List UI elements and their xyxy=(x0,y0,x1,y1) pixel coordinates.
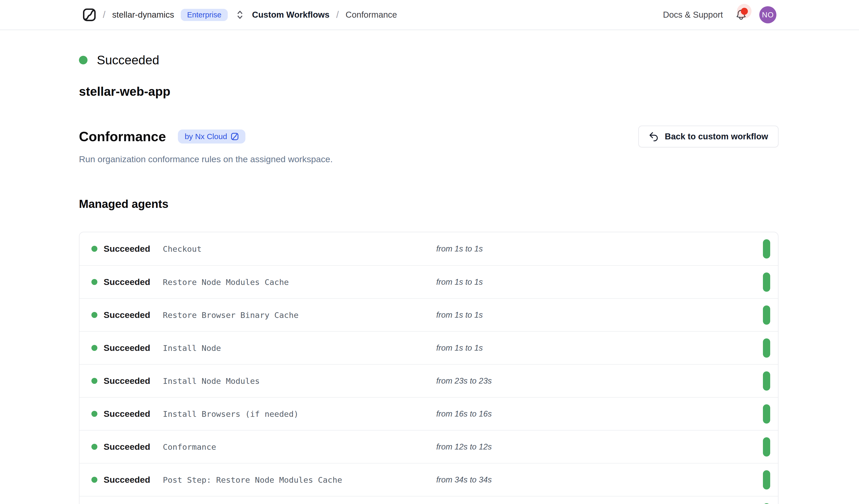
row-status-label: Succeeded xyxy=(104,475,163,485)
row-task-name: Install Browsers (if needed) xyxy=(163,409,436,418)
row-status-label: Succeeded xyxy=(104,277,163,287)
table-row[interactable]: Succeeded Post Step: Restore Node Module… xyxy=(79,463,778,496)
row-task-name: Post Step: Restore Node Modules Cache xyxy=(163,475,436,485)
by-nx-cloud-badge[interactable]: by Nx Cloud xyxy=(178,129,245,143)
nx-cloud-logo-icon[interactable] xyxy=(82,8,96,21)
row-task-name: Install Node xyxy=(163,343,436,353)
docs-support-link[interactable]: Docs & Support xyxy=(663,10,723,20)
row-task-name: Install Node Modules xyxy=(163,376,436,386)
workflow-section-header: Conformance by Nx Cloud Back to custom w… xyxy=(79,126,779,148)
row-duration: from 16s to 16s xyxy=(436,409,492,418)
row-success-dot xyxy=(91,378,97,384)
row-task-name: Checkout xyxy=(163,244,436,254)
notification-dot xyxy=(741,8,748,15)
row-timeline-bar xyxy=(763,338,770,357)
row-success-dot xyxy=(91,345,97,351)
notification-indicator xyxy=(737,4,752,18)
row-status-label: Succeeded xyxy=(104,343,163,353)
workspace-title: stellar-web-app xyxy=(79,85,779,98)
row-success-dot xyxy=(91,246,97,252)
row-timeline-bar xyxy=(763,239,770,259)
run-status-label: Succeeded xyxy=(97,53,159,67)
row-duration: from 1s to 1s xyxy=(436,343,483,353)
breadcrumb: / stellar-dynamics Enterprise Custom Wor… xyxy=(82,8,397,21)
row-status-label: Succeeded xyxy=(104,442,163,452)
badge-label: by Nx Cloud xyxy=(185,133,227,140)
notifications-button[interactable] xyxy=(734,8,748,21)
row-duration: from 1s to 1s xyxy=(436,310,483,320)
workflow-description: Run organization conformance rules on th… xyxy=(79,154,779,164)
row-success-dot xyxy=(91,444,97,450)
row-timeline-bar xyxy=(763,371,770,391)
breadcrumb-page: Conformance xyxy=(346,10,397,20)
row-task-name: Conformance xyxy=(163,442,436,452)
table-row[interactable]: Succeeded Restore Browser Binary Cache f… xyxy=(79,298,778,331)
row-timeline-bar xyxy=(763,404,770,424)
top-navigation-bar: / stellar-dynamics Enterprise Custom Wor… xyxy=(0,0,859,30)
row-timeline-bar xyxy=(763,437,770,457)
user-avatar[interactable]: NO xyxy=(759,6,777,24)
row-status-label: Succeeded xyxy=(104,376,163,386)
row-status-label: Succeeded xyxy=(104,409,163,419)
nx-cloud-mini-logo-icon xyxy=(231,133,239,140)
row-duration: from 34s to 34s xyxy=(436,475,492,485)
breadcrumb-section[interactable]: Custom Workflows xyxy=(252,10,330,20)
managed-agents-heading: Managed agents xyxy=(79,198,779,211)
row-timeline-bar xyxy=(763,273,770,292)
success-status-dot xyxy=(79,56,88,64)
main-content: Succeeded stellar-web-app Conformance by… xyxy=(0,53,859,504)
breadcrumb-separator: / xyxy=(336,9,339,20)
workflow-title: Conformance xyxy=(79,129,166,144)
row-task-name: Restore Node Modules Cache xyxy=(163,277,436,287)
row-timeline-bar xyxy=(763,503,770,504)
table-row[interactable]: Succeeded Checkout from 1s to 1s xyxy=(79,232,778,265)
row-duration: from 1s to 1s xyxy=(436,277,483,287)
row-success-dot xyxy=(91,477,97,483)
managed-agents-table: Succeeded Checkout from 1s to 1s Succeed… xyxy=(79,232,779,504)
row-status-label: Succeeded xyxy=(104,310,163,320)
arrow-uturn-left-icon xyxy=(649,131,659,142)
table-row[interactable]: Succeeded Install Node from 1s to 1s xyxy=(79,331,778,364)
table-row[interactable]: Succeeded Install Browsers (if needed) f… xyxy=(79,397,778,430)
enterprise-plan-badge: Enterprise xyxy=(181,9,227,21)
workspace-switcher[interactable] xyxy=(235,8,245,21)
row-duration: from 1s to 1s xyxy=(436,244,483,254)
table-row[interactable]: Succeeded Post Step: Restore Browser Bin… xyxy=(79,496,778,504)
row-success-dot xyxy=(91,312,97,318)
row-status-label: Succeeded xyxy=(104,244,163,254)
row-duration: from 12s to 12s xyxy=(436,442,492,452)
table-row[interactable]: Succeeded Restore Node Modules Cache fro… xyxy=(79,265,778,298)
row-task-name: Restore Browser Binary Cache xyxy=(163,310,436,320)
header-actions: Docs & Support NO xyxy=(663,6,777,24)
chevron-up-down-icon xyxy=(236,9,244,20)
run-status: Succeeded xyxy=(79,53,779,67)
breadcrumb-separator: / xyxy=(103,9,105,20)
row-success-dot xyxy=(91,279,97,285)
row-duration: from 23s to 23s xyxy=(436,376,492,386)
row-timeline-bar xyxy=(763,470,770,489)
row-success-dot xyxy=(91,411,97,417)
row-timeline-bar xyxy=(763,305,770,325)
table-row[interactable]: Succeeded Conformance from 12s to 12s xyxy=(79,430,778,463)
breadcrumb-org[interactable]: stellar-dynamics xyxy=(112,10,174,20)
back-button-label: Back to custom workflow xyxy=(665,132,768,141)
back-to-custom-workflow-button[interactable]: Back to custom workflow xyxy=(638,126,779,148)
table-row[interactable]: Succeeded Install Node Modules from 23s … xyxy=(79,364,778,397)
